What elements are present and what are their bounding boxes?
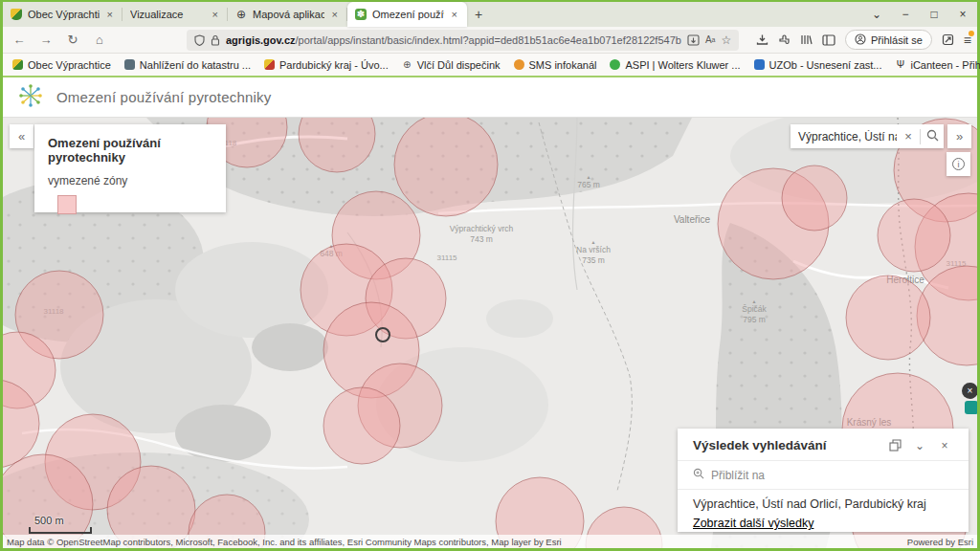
restriction-zone <box>782 165 847 231</box>
bookmark-label: SMS infokanál <box>529 59 597 71</box>
browser-tab[interactable]: ⊕Mapová aplikace omezení pyro× <box>228 2 347 27</box>
bookmark-star-icon[interactable]: ☆ <box>721 33 731 47</box>
bookmark-label: Obec Výprachtice <box>28 59 111 71</box>
forward-button[interactable]: → <box>35 30 56 51</box>
tab-bar: Obec Výprachtice×Vizualizace×⊕Mapová apl… <box>3 2 977 27</box>
tracking-shield-icon[interactable] <box>194 34 205 46</box>
scale-line <box>29 527 92 534</box>
more-results-link[interactable]: Zobrazit další výsledky <box>678 513 969 534</box>
bookmark-label: Nahlížení do katastru ... <box>140 59 251 71</box>
map-label-elev: 795 m <box>743 315 766 324</box>
bookmark-label: Vlčí Důl dispečink <box>417 59 501 71</box>
restriction-zone <box>394 118 498 216</box>
tab-strip: Obec Výprachtice×Vizualizace×⊕Mapová apl… <box>3 2 467 27</box>
floating-close-button[interactable]: × <box>962 383 977 399</box>
scale-bar: 500 m <box>29 515 92 534</box>
search-widget: × <box>791 124 944 148</box>
clear-icon: × <box>904 129 912 143</box>
bookmark-item[interactable]: ⊕Vlčí Důl dispečink <box>402 59 501 71</box>
attribution-bar: Map data © OpenStreetMap contributors, M… <box>3 535 977 548</box>
map-label-road: 31115 <box>436 253 457 262</box>
home-icon: ⌂ <box>96 33 103 47</box>
forward-icon: → <box>40 33 53 47</box>
browser-tab[interactable]: Obec Výprachtice× <box>3 2 122 27</box>
undock-button[interactable] <box>882 439 907 452</box>
close-result-button[interactable]: × <box>932 439 957 452</box>
translate-icon[interactable]: Aa <box>705 34 716 45</box>
downloads-icon[interactable] <box>756 33 768 46</box>
map-canvas[interactable]: ▲765 mVýprachtický vrch743 m▲Na vrších73… <box>3 118 977 548</box>
bookmark-item[interactable]: UZOb - Usnesení zast... <box>754 59 882 71</box>
collapse-result-button[interactable]: ⌄ <box>907 439 932 452</box>
bookmark-label: UZOb - Usnesení zast... <box>769 59 882 71</box>
restriction-zone <box>323 387 400 464</box>
new-tab-button[interactable]: + <box>467 2 490 27</box>
collapse-panel-button[interactable]: « <box>10 124 33 148</box>
restriction-zone <box>846 276 930 360</box>
map-label-place: Valteřice <box>674 214 711 225</box>
save-page-icon[interactable] <box>687 34 700 46</box>
bookmark-favicon-icon: Ψ <box>895 59 905 70</box>
bookmark-item[interactable]: Obec Výprachtice <box>12 59 111 71</box>
maximize-button[interactable]: □ <box>920 2 948 27</box>
signin-button[interactable]: Přihlásit se <box>845 30 932 50</box>
back-button[interactable]: ← <box>9 30 30 51</box>
bookmark-item[interactable]: SMS infokanál <box>514 59 597 71</box>
zoom-to-row[interactable]: Přiblížit na <box>678 461 969 490</box>
bookmark-favicon-icon <box>514 59 524 70</box>
browser-tab[interactable]: ✽Omezení používání pyrotechnik× <box>347 2 467 27</box>
sidebar-icon[interactable] <box>822 34 835 46</box>
home-button[interactable]: ⌂ <box>89 30 110 51</box>
tab-close-icon[interactable]: × <box>211 9 220 20</box>
floating-widget-icon[interactable] <box>965 401 977 414</box>
bookmark-item[interactable]: Nahlížení do katastru ... <box>124 59 251 71</box>
browser-tab[interactable]: Vizualizace× <box>122 2 228 27</box>
back-icon: ← <box>13 33 26 47</box>
tab-close-icon[interactable]: × <box>105 9 115 20</box>
search-result-panel: Výsledek vyhledávání ⌄ × Přiblížit na Vý… <box>678 429 969 532</box>
tab-title: Mapová aplikace omezení pyro <box>253 9 324 20</box>
scale-label: 500 m <box>29 515 92 526</box>
bookmark-item[interactable]: Pardubický kraj - Úvo... <box>264 59 389 71</box>
result-item[interactable]: Výprachtice, Ústí nad Orlicí, Pardubický… <box>678 490 969 513</box>
reload-icon: ↻ <box>68 33 78 47</box>
tab-close-icon[interactable]: × <box>450 9 459 20</box>
library-icon[interactable] <box>800 33 813 46</box>
account-icon <box>855 33 866 47</box>
map-label-elev: 743 m <box>470 234 493 244</box>
page-title: Omezení používání pyrotechniky <box>56 89 271 105</box>
minimize-button[interactable]: − <box>891 2 920 27</box>
bookmark-favicon-icon <box>264 59 275 70</box>
info-button[interactable]: i <box>947 152 970 176</box>
bookmark-item[interactable]: ASPI | Wolters Kluwer ... <box>610 59 740 71</box>
app-menu-button[interactable]: ≡ <box>964 33 971 48</box>
map-label-elev: Na vrších <box>576 245 611 254</box>
url-domain: agrigis.gov.cz <box>226 34 296 46</box>
tab-close-icon[interactable]: × <box>330 9 340 20</box>
zoom-to-icon <box>693 468 704 482</box>
search-clear-button[interactable]: × <box>897 124 920 148</box>
lock-icon[interactable] <box>211 34 220 46</box>
search-icon <box>926 129 939 144</box>
globe-favicon-icon: ⊕ <box>235 9 247 20</box>
search-submit-button[interactable] <box>921 124 944 148</box>
toolbar-icons: Přihlásit se ≡ <box>756 30 971 50</box>
floating-close-icon: × <box>968 386 973 396</box>
bookmark-favicon-icon <box>754 59 765 70</box>
navigation-bar: ← → ↻ ⌂ agrigis.gov.cz/portal/apps/insta… <box>3 27 977 54</box>
reload-button[interactable]: ↻ <box>62 30 83 51</box>
url-bar[interactable]: agrigis.gov.cz/portal/apps/instant/basic… <box>187 30 739 51</box>
expand-tools-button[interactable]: » <box>947 124 971 148</box>
close-window-button[interactable]: × <box>948 2 977 27</box>
firefox-view-icon[interactable] <box>942 33 954 46</box>
menu-notification-dot <box>969 31 974 36</box>
extensions-icon[interactable] <box>778 33 791 46</box>
search-input[interactable] <box>791 130 897 143</box>
zone-color-swatch <box>57 195 77 214</box>
browser-window: Obec Výprachtice×Vizualizace×⊕Mapová apl… <box>0 0 980 551</box>
list-tabs-button[interactable]: ⌄ <box>862 2 891 27</box>
expand-icon: » <box>956 129 963 143</box>
app-logo-icon <box>18 83 43 112</box>
bookmark-item[interactable]: ΨiCanteen - Přihlášení <box>895 59 980 71</box>
map-label-elev: Špičák <box>742 304 767 314</box>
